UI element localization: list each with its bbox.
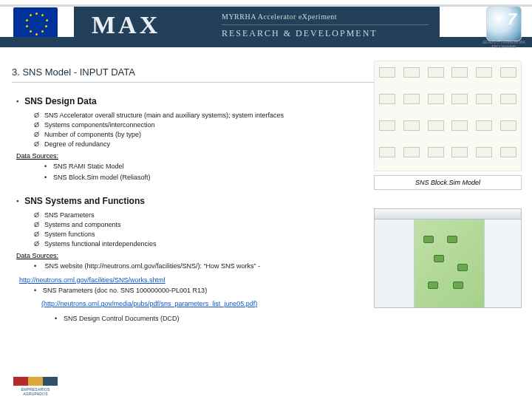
fp7-caption: SEVENTH FRAMEWORK PROGRAMME <box>482 40 526 49</box>
bullet-item: System functions <box>34 230 366 239</box>
software-screenshot <box>374 208 522 308</box>
source-item: SNS website (http://neutrons.ornl.gov/fa… <box>34 261 366 271</box>
source-link-howsnsworks[interactable]: http://neutrons.ornl.gov/facilities/SNS/… <box>19 276 166 284</box>
bullet-item: Systems components/interconnection <box>34 120 366 130</box>
bullet-item: Degree of redundancy <box>34 140 366 149</box>
eu-flag-icon <box>13 7 58 40</box>
header: MAX MYRRHA Accelerator eXperiment RESEAR… <box>0 0 532 50</box>
diagram-caption: SNS Block.Sim Model <box>374 175 522 190</box>
section1-heading: SNS Design Data <box>16 96 366 106</box>
source-item: SNS Parameters (doc no. SNS 100000000-PL… <box>34 285 366 296</box>
bullet-item: Number of components (by type) <box>34 130 366 140</box>
section2-sources-label: Data Sources: <box>16 252 366 259</box>
fp7-logo-icon <box>486 6 522 41</box>
sns-blocksim-diagram <box>374 61 522 171</box>
section1-bullets: SNS Accelerator overall structure (main … <box>34 111 366 149</box>
source-item: SNS Design Control Documents (DCD) <box>55 313 366 324</box>
section2-bullets: SNS Parameters Systems and components Sy… <box>34 211 366 249</box>
section1-sources: SNS RAMI Static Model SNS Block.Sim mode… <box>44 161 366 183</box>
bullet-item: Systems functional interdependencies <box>34 239 366 249</box>
section1-sources-label: Data Sources: <box>16 152 366 160</box>
max-logo-text: MAX <box>92 11 160 39</box>
header-band <box>0 37 532 47</box>
footer-logo-text: EMPRESARIOS AGRUPADOS <box>13 387 58 396</box>
source-link-parameters-pdf[interactable]: (http://neutrons.ornl.gov/media/pubs/pdf… <box>41 300 257 307</box>
empresarios-agrupados-logo: EMPRESARIOS AGRUPADOS <box>13 377 58 396</box>
source-text: SNS website (http://neutrons.ornl.gov/fa… <box>45 262 261 270</box>
source-item: SNS RAMI Static Model <box>44 161 366 171</box>
source-item: SNS Block.Sim model (Reliasoft) <box>44 172 366 183</box>
section2-heading: SNS Systems and Functions <box>16 196 366 206</box>
bullet-item: SNS Parameters <box>34 211 366 220</box>
bullet-item: Systems and components <box>34 220 366 230</box>
section2-sources: SNS website (http://neutrons.ornl.gov/fa… <box>34 261 366 324</box>
programme-title-small: MYRRHA Accelerator eXperiment <box>222 13 337 21</box>
bullet-item: SNS Accelerator overall structure (main … <box>34 111 366 120</box>
